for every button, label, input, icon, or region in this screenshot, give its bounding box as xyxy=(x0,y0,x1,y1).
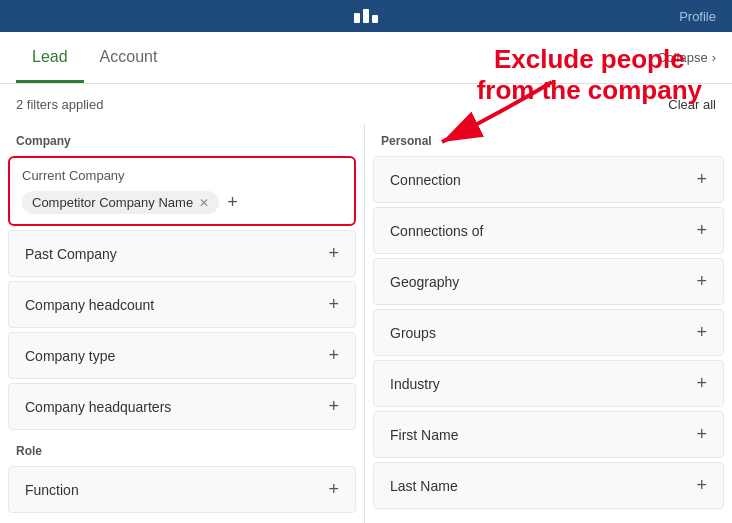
company-section-header: Company xyxy=(0,124,364,152)
first-name-filter[interactable]: First Name + xyxy=(373,411,724,458)
groups-filter[interactable]: Groups + xyxy=(373,309,724,356)
tag-label: Competitor Company Name xyxy=(32,195,193,210)
filter-header: 2 filters applied Clear all xyxy=(0,84,732,124)
clear-all-button[interactable]: Clear all xyxy=(668,97,716,112)
collapse-button[interactable]: Collapse › xyxy=(657,50,716,65)
expand-icon: + xyxy=(328,345,339,366)
connections-of-filter[interactable]: Connections of + xyxy=(373,207,724,254)
tag-row: Competitor Company Name ✕ + xyxy=(22,191,342,214)
last-name-label: Last Name xyxy=(390,478,458,494)
expand-icon: + xyxy=(696,322,707,343)
profile-link[interactable]: Profile xyxy=(679,9,716,24)
filter-columns: Company Current Company Competitor Compa… xyxy=(0,124,732,523)
past-company-filter[interactable]: Past Company + xyxy=(8,230,356,277)
left-column: Company Current Company Competitor Compa… xyxy=(0,124,365,523)
company-headquarters-filter[interactable]: Company headquarters + xyxy=(8,383,356,430)
tab-lead[interactable]: Lead xyxy=(16,34,84,83)
groups-label: Groups xyxy=(390,325,436,341)
connection-filter[interactable]: Connection + xyxy=(373,156,724,203)
personal-section-header: Personal xyxy=(365,124,732,152)
connection-label: Connection xyxy=(390,172,461,188)
tab-account[interactable]: Account xyxy=(84,34,174,83)
expand-icon: + xyxy=(328,396,339,417)
past-company-label: Past Company xyxy=(25,246,117,262)
current-company-label: Current Company xyxy=(22,168,342,183)
tab-bar: Lead Account Collapse › xyxy=(0,32,732,84)
industry-label: Industry xyxy=(390,376,440,392)
filters-applied-count: 2 filters applied xyxy=(16,97,103,112)
last-name-filter[interactable]: Last Name + xyxy=(373,462,724,509)
chevron-icon: › xyxy=(712,50,716,65)
company-type-filter[interactable]: Company type + xyxy=(8,332,356,379)
expand-icon: + xyxy=(696,220,707,241)
expand-icon: + xyxy=(696,424,707,445)
tag-remove-button[interactable]: ✕ xyxy=(199,197,209,209)
geography-filter[interactable]: Geography + xyxy=(373,258,724,305)
company-headquarters-label: Company headquarters xyxy=(25,399,171,415)
expand-icon: + xyxy=(696,271,707,292)
expand-icon: + xyxy=(696,475,707,496)
connections-of-label: Connections of xyxy=(390,223,483,239)
role-section-header: Role xyxy=(0,434,364,462)
expand-icon: + xyxy=(696,169,707,190)
company-headcount-label: Company headcount xyxy=(25,297,154,313)
geography-label: Geography xyxy=(390,274,459,290)
logo xyxy=(354,9,378,23)
top-bar: Profile xyxy=(0,0,732,32)
first-name-label: First Name xyxy=(390,427,458,443)
industry-filter[interactable]: Industry + xyxy=(373,360,724,407)
current-company-filter[interactable]: Current Company Competitor Company Name … xyxy=(8,156,356,226)
function-label: Function xyxy=(25,482,79,498)
expand-icon: + xyxy=(328,294,339,315)
add-tag-button[interactable]: + xyxy=(227,192,238,213)
competitor-tag[interactable]: Competitor Company Name ✕ xyxy=(22,191,219,214)
function-filter[interactable]: Function + xyxy=(8,466,356,513)
company-headcount-filter[interactable]: Company headcount + xyxy=(8,281,356,328)
expand-icon: + xyxy=(328,479,339,500)
expand-icon: + xyxy=(328,243,339,264)
expand-icon: + xyxy=(696,373,707,394)
right-column: Personal Connection + Connections of + G… xyxy=(365,124,732,523)
company-type-label: Company type xyxy=(25,348,115,364)
